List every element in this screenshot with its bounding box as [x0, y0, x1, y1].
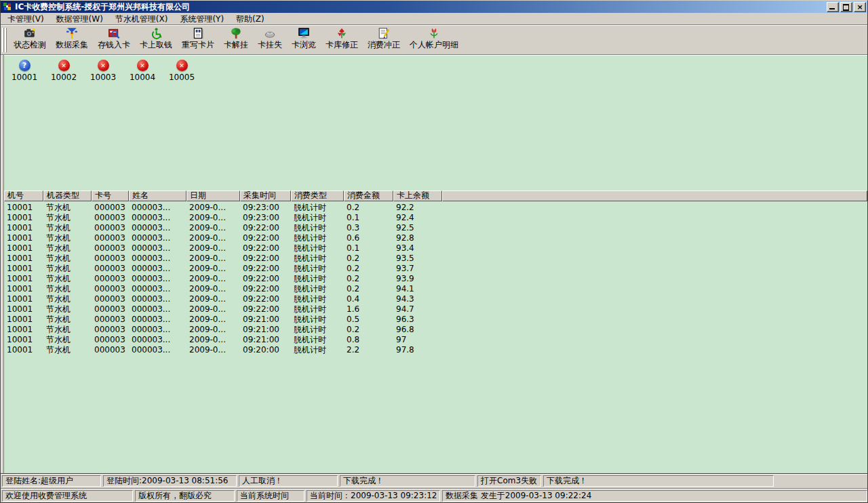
device-status-icon [98, 60, 109, 71]
cell-machine: 10001 [4, 254, 43, 264]
cell-amount: 0.5 [344, 315, 393, 325]
toolbar-button-card-unsuspend[interactable]: 卡解挂 [219, 26, 253, 54]
table-row-6[interactable]: 10001 节水机 000003 000003... 2009-0... 09:… [4, 264, 867, 274]
cell-machine: 10001 [4, 284, 43, 294]
toolbar-gripper[interactable] [2, 28, 8, 52]
column-header-5[interactable]: 采集时间 [240, 190, 291, 201]
toolbar-button-label: 消费冲正 [368, 40, 400, 49]
menu-item-0[interactable]: 卡管理(V) [1, 13, 50, 25]
cell-date: 2009-0... [186, 315, 240, 325]
close-button[interactable]: × [854, 2, 866, 12]
table-row-4[interactable]: 10001 节水机 000003 000003... 2009-0... 09:… [4, 243, 867, 254]
column-header-1[interactable]: 机器类型 [43, 190, 92, 201]
cell-machine-type: 节水机 [43, 284, 92, 294]
toolbar-button-label: 卡解挂 [224, 40, 248, 49]
device-list: 10001 10002 10003 10004 [4, 55, 867, 190]
column-header-8[interactable]: 卡上余额 [393, 190, 442, 201]
column-header-6[interactable]: 消费类型 [291, 190, 344, 201]
device-item-0[interactable]: 10001 [8, 60, 41, 82]
cell-collect-time: 09:22:00 [240, 304, 291, 315]
device-item-1[interactable]: 10002 [47, 60, 80, 82]
cell-machine-type: 节水机 [43, 223, 92, 233]
column-header-0[interactable]: 机号 [4, 190, 43, 201]
toolbar-button-data-collect[interactable]: 数据采集 [51, 26, 93, 54]
cell-date: 2009-0... [186, 203, 240, 213]
device-id: 10003 [90, 73, 116, 82]
toolbar-button-rewrite-card[interactable]: 重写卡片 [177, 26, 219, 54]
cell-amount: 0.1 [344, 213, 393, 223]
cell-machine: 10001 [4, 264, 43, 274]
table-row-13[interactable]: 10001 节水机 000003 000003... 2009-0... 09:… [4, 335, 867, 345]
column-header-4[interactable]: 日期 [186, 190, 240, 201]
table-row-2[interactable]: 10001 节水机 000003 000003... 2009-0... 09:… [4, 223, 867, 233]
column-header-7[interactable]: 消费金额 [344, 190, 393, 201]
table-row-0[interactable]: 10001 节水机 000003 000003... 2009-0... 09:… [4, 203, 867, 213]
restore-button[interactable] [840, 2, 852, 12]
cell-card-no: 000003 [92, 223, 129, 233]
toolbar-button-status-check[interactable]: 状态检测 [9, 26, 51, 54]
cell-machine: 10001 [4, 233, 43, 243]
table-row-5[interactable]: 10001 节水机 000003 000003... 2009-0... 09:… [4, 254, 867, 264]
table-row-11[interactable]: 10001 节水机 000003 000003... 2009-0... 09:… [4, 315, 867, 325]
cell-collect-time: 09:22:00 [240, 243, 291, 254]
close-icon: × [856, 3, 863, 11]
menu-item-3[interactable]: 系统管理(Y) [174, 13, 230, 25]
cell-balance: 97.8 [393, 345, 442, 355]
cell-amount: 0.3 [344, 223, 393, 233]
cell-date: 2009-0... [186, 284, 240, 294]
table-row-10[interactable]: 10001 节水机 000003 000003... 2009-0... 09:… [4, 304, 867, 315]
device-item-3[interactable]: 10004 [126, 60, 159, 82]
toolbar-button-card-loss[interactable]: 卡挂失 [253, 26, 287, 54]
table-row-3[interactable]: 10001 节水机 000003 000003... 2009-0... 09:… [4, 233, 867, 243]
cell-name: 000003... [129, 203, 186, 213]
minimize-button[interactable] [827, 2, 839, 12]
menu-item-4[interactable]: 帮助(Z) [230, 13, 271, 25]
cell-machine-type: 节水机 [43, 213, 92, 223]
cell-machine: 10001 [4, 274, 43, 284]
cell-machine-type: 节水机 [43, 264, 92, 274]
status-panel-top-3: 下载完成！ [340, 475, 475, 487]
table-row-12[interactable]: 10001 节水机 000003 000003... 2009-0... 09:… [4, 325, 867, 335]
toolbar-button-account-detail[interactable]: 个人帐户明细 [405, 26, 463, 54]
table-row-1[interactable]: 10001 节水机 000003 000003... 2009-0... 09:… [4, 213, 867, 223]
cell-date: 2009-0... [186, 325, 240, 335]
minimize-icon [829, 8, 835, 9]
table-row-8[interactable]: 10001 节水机 000003 000003... 2009-0... 09:… [4, 284, 867, 294]
table-row-9[interactable]: 10001 节水机 000003 000003... 2009-0... 09:… [4, 294, 867, 304]
cell-card-no: 000003 [92, 345, 129, 355]
cell-collect-time: 09:22:00 [240, 233, 291, 243]
toolbar-button-card-browse[interactable]: 卡浏览 [287, 26, 321, 54]
app-window: IC卡收费控制系统-授权于郑州兴邦科技有限公司 × 卡管理(V) 数据管理(W)… [0, 0, 868, 503]
cell-name: 000003... [129, 243, 186, 254]
cell-name: 000003... [129, 304, 186, 315]
device-status-icon [19, 60, 31, 71]
toolbar-button-label: 存钱入卡 [98, 40, 130, 49]
toolbar-button-label: 卡浏览 [292, 40, 316, 49]
cell-machine-type: 节水机 [43, 203, 92, 213]
cell-machine: 10001 [4, 243, 43, 254]
table-row-14[interactable]: 10001 节水机 000003 000003... 2009-0... 09:… [4, 345, 867, 355]
toolbar-button-card-db-fix[interactable]: 卡库修正 [321, 26, 363, 54]
table-row-7[interactable]: 10001 节水机 000003 000003... 2009-0... 09:… [4, 274, 867, 284]
cell-machine-type: 节水机 [43, 325, 92, 335]
cell-date: 2009-0... [186, 345, 240, 355]
menu-item-2[interactable]: 节水机管理(X) [109, 13, 174, 25]
device-item-4[interactable]: 10005 [165, 60, 198, 82]
toolbar-button-withdraw[interactable]: 卡上取钱 [135, 26, 177, 54]
device-status-icon [176, 60, 188, 71]
tree-icon [230, 27, 242, 39]
column-header-3[interactable]: 姓名 [129, 190, 186, 201]
cell-date: 2009-0... [186, 264, 240, 274]
cell-collect-time: 09:22:00 [240, 284, 291, 294]
cell-amount: 0.2 [344, 274, 393, 284]
column-header-2[interactable]: 卡号 [92, 190, 129, 201]
device-item-2[interactable]: 10003 [87, 60, 119, 82]
cell-balance: 93.7 [393, 264, 442, 274]
toolbar-button-deposit[interactable]: 存钱入卡 [93, 26, 135, 54]
cell-balance: 92.4 [393, 213, 442, 223]
toolbar-button-reverse-charge[interactable]: 消费冲正 [363, 26, 405, 54]
cell-amount: 0.1 [344, 243, 393, 254]
menu-item-1[interactable]: 数据管理(W) [50, 13, 109, 25]
cell-name: 000003... [129, 274, 186, 284]
cell-consume-type: 脱机计时 [291, 304, 344, 315]
